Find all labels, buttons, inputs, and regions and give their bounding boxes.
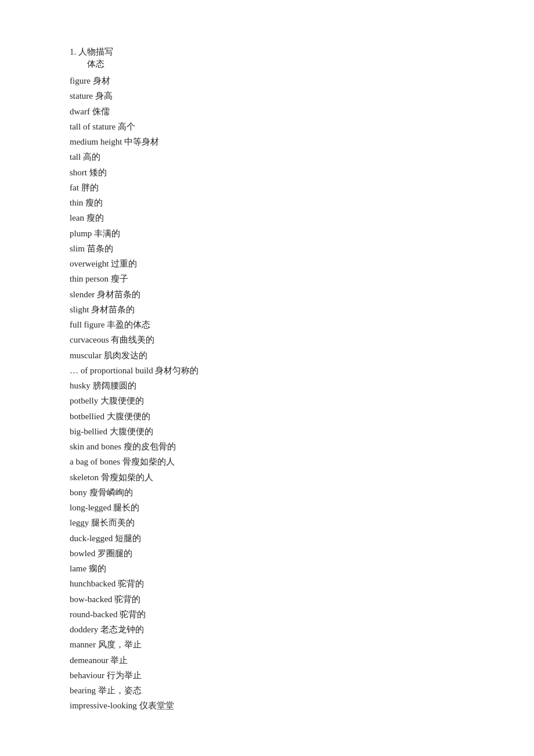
vocab-item: bearing 举止，姿态 bbox=[70, 683, 464, 698]
page: 1. 人物描写 体态 figure 身材stature 身高dwarf 侏儒ta… bbox=[0, 0, 534, 756]
vocab-item: lean 瘦的 bbox=[70, 210, 464, 225]
vocab-item: leggy 腿长而美的 bbox=[70, 515, 464, 530]
vocab-item: short 矮的 bbox=[70, 165, 464, 180]
vocab-item: slender 身材苗条的 bbox=[70, 287, 464, 302]
vocab-item: duck-legged 短腿的 bbox=[70, 531, 464, 546]
vocab-item: … of proportional build 身材匀称的 bbox=[70, 363, 464, 378]
vocab-item: fat 胖的 bbox=[70, 180, 464, 195]
vocab-item: botbellied 大腹便便的 bbox=[70, 409, 464, 424]
vocab-item: full figure 丰盈的体态 bbox=[70, 317, 464, 332]
vocab-item: medium height 中等身材 bbox=[70, 134, 464, 149]
vocab-item: dwarf 侏儒 bbox=[70, 104, 464, 119]
vocab-item: hunchbacked 驼背的 bbox=[70, 576, 464, 591]
vocab-item: tall 高的 bbox=[70, 149, 464, 164]
vocab-item: bony 瘦骨嶙峋的 bbox=[70, 485, 464, 500]
vocab-item: overweight 过重的 bbox=[70, 256, 464, 271]
vocab-item: big-bellied 大腹便便的 bbox=[70, 424, 464, 439]
vocab-item: potbelly 大腹便便的 bbox=[70, 393, 464, 408]
vocab-item: long-legged 腿长的 bbox=[70, 500, 464, 515]
vocab-item: stature 身高 bbox=[70, 88, 464, 103]
vocab-item: skin and bones 瘦的皮包骨的 bbox=[70, 439, 464, 454]
vocab-item: muscular 肌肉发达的 bbox=[70, 348, 464, 363]
vocab-item: curvaceous 有曲线美的 bbox=[70, 332, 464, 347]
vocab-item: behaviour 行为举止 bbox=[70, 668, 464, 683]
vocab-item: plump 丰满的 bbox=[70, 226, 464, 241]
vocab-item: demeanour 举止 bbox=[70, 653, 464, 668]
vocab-item: a bag of bones 骨瘦如柴的人 bbox=[70, 454, 464, 469]
vocab-item: bowled 罗圈腿的 bbox=[70, 546, 464, 561]
vocab-item: skeleton 骨瘦如柴的人 bbox=[70, 470, 464, 485]
vocab-list: figure 身材stature 身高dwarf 侏儒tall of statu… bbox=[70, 73, 464, 714]
vocab-item: lame 瘸的 bbox=[70, 561, 464, 576]
sub-title: 体态 bbox=[70, 59, 464, 70]
vocab-item: figure 身材 bbox=[70, 73, 464, 88]
vocab-item: slim 苗条的 bbox=[70, 241, 464, 256]
vocab-item: thin 瘦的 bbox=[70, 195, 464, 210]
section-heading: 1. 人物描写 bbox=[70, 46, 464, 57]
vocab-item: doddery 老态龙钟的 bbox=[70, 622, 464, 637]
vocab-item: bow-backed 驼背的 bbox=[70, 592, 464, 607]
vocab-item: thin person 瘦子 bbox=[70, 271, 464, 286]
vocab-item: manner 风度，举止 bbox=[70, 637, 464, 652]
vocab-item: impressive-looking 仪表堂堂 bbox=[70, 698, 464, 713]
vocab-item: slight 身材苗条的 bbox=[70, 302, 464, 317]
content-area: 1. 人物描写 体态 figure 身材stature 身高dwarf 侏儒ta… bbox=[70, 46, 464, 714]
vocab-item: round-backed 驼背的 bbox=[70, 607, 464, 622]
vocab-item: tall of stature 高个 bbox=[70, 119, 464, 134]
vocab-item: husky 膀阔腰圆的 bbox=[70, 378, 464, 393]
